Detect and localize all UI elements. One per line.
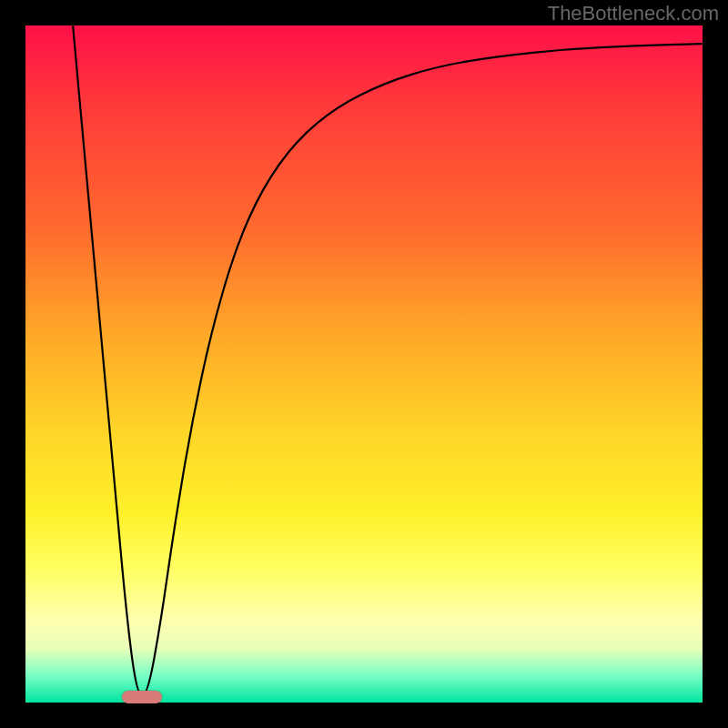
watermark-text: TheBottleneck.com	[548, 2, 719, 25]
optimal-point-marker	[122, 691, 162, 703]
bottleneck-curve-path	[73, 25, 703, 696]
chart-frame: TheBottleneck.com	[0, 0, 728, 728]
chart-svg	[25, 25, 703, 703]
plot-area	[25, 25, 703, 703]
